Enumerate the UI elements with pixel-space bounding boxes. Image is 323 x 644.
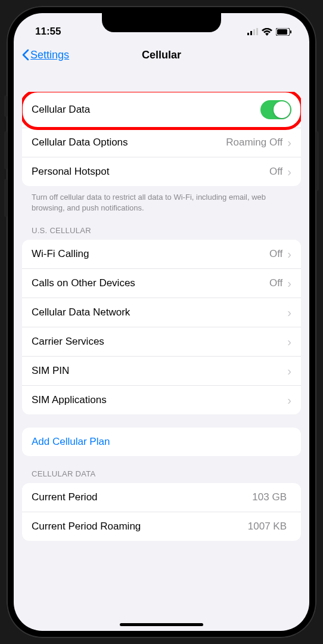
chevron-right-icon: › (287, 394, 291, 406)
section-carrier: U.S. CELLULAR Wi-Fi Calling Off › Calls … (22, 226, 301, 414)
phone-frame: 11:55 Settings Cellular (7, 6, 316, 638)
row-cellular-data-network[interactable]: Cellular Data Network › (22, 298, 301, 327)
notch (102, 13, 221, 32)
row-wifi-calling[interactable]: Wi-Fi Calling Off › (22, 240, 301, 269)
row-cellular-data[interactable]: Cellular Data (22, 92, 301, 128)
row-calls-other-devices[interactable]: Calls on Other Devices Off › (22, 269, 301, 298)
svg-rect-6 (290, 30, 291, 33)
row-current-period-roaming[interactable]: Current Period Roaming 1007 KB (22, 512, 301, 541)
cellular-data-label: Cellular Data (32, 104, 260, 116)
row-sim-pin[interactable]: SIM PIN › (22, 357, 301, 386)
row-current-period[interactable]: Current Period 103 GB (22, 483, 301, 512)
section-header-carrier: U.S. CELLULAR (22, 226, 301, 240)
sim-pin-label: SIM PIN (32, 365, 287, 377)
current-period-roaming-label: Current Period Roaming (32, 521, 248, 532)
row-sim-applications[interactable]: SIM Applications › (22, 386, 301, 414)
section-cellular: Cellular Data Cellular Data Options Roam… (22, 92, 301, 213)
status-icons (247, 28, 291, 36)
sim-apps-label: SIM Applications (32, 394, 287, 406)
svg-rect-2 (253, 29, 255, 35)
cellular-data-toggle[interactable] (260, 100, 291, 119)
group-cellular: Cellular Data Cellular Data Options Roam… (22, 92, 301, 186)
volume-up (4, 131, 7, 169)
back-label: Settings (30, 49, 69, 61)
volume-down (4, 179, 7, 217)
cellular-data-options-value: Roaming Off (226, 137, 282, 148)
home-indicator[interactable] (120, 623, 203, 626)
section-cellular-data-usage: CELLULAR DATA Current Period 103 GB Curr… (22, 469, 301, 541)
personal-hotspot-value: Off (269, 166, 282, 178)
wifi-calling-label: Wi-Fi Calling (32, 248, 269, 260)
section-footer-cellular: Turn off cellular data to restrict all d… (22, 186, 301, 213)
wifi-icon (262, 28, 272, 36)
svg-rect-3 (256, 28, 258, 35)
chevron-right-icon: › (287, 306, 291, 318)
section-header-usage: CELLULAR DATA (22, 469, 301, 483)
current-period-roaming-value: 1007 KB (248, 521, 287, 532)
svg-rect-5 (277, 29, 287, 35)
svg-rect-1 (250, 31, 252, 35)
carrier-services-label: Carrier Services (32, 336, 287, 348)
calls-other-label: Calls on Other Devices (32, 277, 269, 289)
group-usage: Current Period 103 GB Current Period Roa… (22, 483, 301, 541)
battery-icon (276, 28, 291, 36)
settings-content[interactable]: Cellular Data Cellular Data Options Roam… (14, 70, 309, 631)
row-add-cellular-plan[interactable]: Add Cellular Plan (22, 428, 301, 456)
back-button[interactable]: Settings (22, 49, 69, 61)
power-button (316, 131, 319, 191)
row-personal-hotspot[interactable]: Personal Hotspot Off › (22, 157, 301, 186)
wifi-calling-value: Off (269, 248, 282, 260)
chevron-right-icon: › (287, 166, 291, 178)
calls-other-value: Off (269, 277, 282, 289)
row-carrier-services[interactable]: Carrier Services › (22, 327, 301, 357)
chevron-right-icon: › (287, 277, 291, 289)
nav-bar: Settings Cellular (14, 42, 309, 70)
personal-hotspot-label: Personal Hotspot (32, 166, 269, 178)
cellular-data-network-label: Cellular Data Network (32, 306, 287, 318)
current-period-label: Current Period (32, 491, 252, 503)
page-title: Cellular (142, 49, 181, 61)
group-add-plan: Add Cellular Plan (22, 428, 301, 456)
status-time: 11:55 (35, 26, 61, 38)
group-carrier: Wi-Fi Calling Off › Calls on Other Devic… (22, 240, 301, 414)
row-cellular-data-options[interactable]: Cellular Data Options Roaming Off › (22, 128, 301, 157)
section-add-plan: Add Cellular Plan (22, 428, 301, 456)
current-period-value: 103 GB (252, 491, 287, 503)
chevron-right-icon: › (287, 336, 291, 348)
signal-icon (247, 28, 258, 35)
add-cellular-plan-label: Add Cellular Plan (32, 436, 291, 448)
cellular-data-options-label: Cellular Data Options (32, 137, 226, 148)
mute-switch (4, 95, 7, 117)
screen: 11:55 Settings Cellular (14, 13, 309, 631)
chevron-right-icon: › (287, 248, 291, 260)
chevron-right-icon: › (287, 137, 291, 148)
chevron-left-icon (22, 49, 29, 61)
svg-rect-0 (247, 33, 249, 35)
chevron-right-icon: › (287, 365, 291, 377)
